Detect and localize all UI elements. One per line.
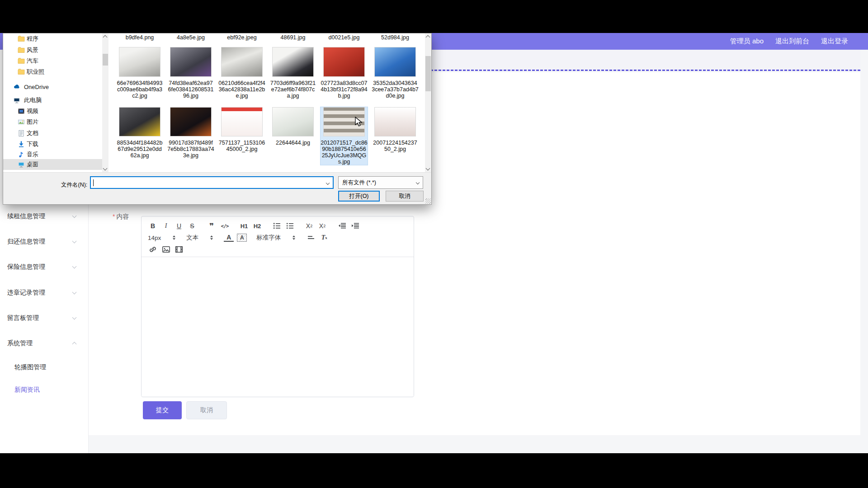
scroll-down-icon[interactable] bbox=[426, 166, 430, 171]
paragraph-format-select[interactable]: 文本 bbox=[186, 234, 213, 242]
folder-tree: 程序 风景 汽车 职业照 OneDrive 此电脑 视频 图片 文档 下载 bbox=[3, 33, 102, 172]
file-item[interactable]: 7571137_115310645000_2.jpg bbox=[218, 107, 265, 165]
file-item[interactable]: 027723a83d8cc074b13bf31c72f8a94b.jpg bbox=[321, 47, 368, 99]
bullet-list-icon[interactable] bbox=[285, 221, 295, 231]
scrollbar-thumb[interactable] bbox=[103, 54, 108, 66]
bold-button[interactable]: B bbox=[148, 221, 158, 231]
file-item[interactable]: 2007122415423750_2.jpg bbox=[372, 107, 419, 165]
file-name: 7703d6ff9a963f21e72aef6b74f807ca.jpg bbox=[269, 80, 316, 99]
file-item-selected[interactable]: 2012071517_dc8690b18875410e5625JyUcJue3M… bbox=[321, 107, 368, 165]
outdent-icon[interactable] bbox=[337, 221, 347, 231]
image-icon[interactable] bbox=[161, 244, 171, 254]
text-caret bbox=[93, 179, 94, 186]
italic-button[interactable]: I bbox=[161, 221, 171, 231]
tree-item-music[interactable]: 音乐 bbox=[3, 149, 102, 160]
resize-grip-icon[interactable] bbox=[425, 198, 431, 204]
subscript-button[interactable]: X2 bbox=[304, 221, 314, 231]
code-button[interactable]: </> bbox=[220, 221, 230, 231]
tree-item-folder[interactable]: 风景 bbox=[3, 45, 102, 56]
ordered-list-icon[interactable] bbox=[272, 221, 282, 231]
file-item[interactable]: 7703d6ff9a963f21e72aef6b74f807ca.jpg bbox=[269, 47, 316, 99]
pictures-icon bbox=[18, 118, 25, 126]
file-name: 66e769634f84993c009ae6bab4f9a3c2.jpg bbox=[116, 80, 163, 99]
dialog-cancel-button[interactable]: 取消 bbox=[386, 191, 424, 202]
scrollbar-thumb[interactable] bbox=[425, 56, 431, 91]
file-name[interactable]: b9dfe4.png bbox=[116, 34, 163, 42]
background-color-button[interactable]: A bbox=[237, 234, 247, 242]
file-name: 027723a83d8cc074b13bf31c72f8a94b.jpg bbox=[321, 80, 368, 99]
chevron-up-icon bbox=[72, 342, 77, 347]
tree-item-pictures[interactable]: 图片 bbox=[3, 117, 102, 127]
underline-button[interactable]: U bbox=[174, 221, 184, 231]
downloads-icon bbox=[18, 141, 25, 148]
file-type-filter-select[interactable]: 所有文件 (*.*) bbox=[338, 176, 423, 189]
tree-item-folder[interactable]: 程序 bbox=[3, 33, 102, 44]
file-item[interactable]: 99017d387fd489f7e5b8c17883aa743e.jpg bbox=[167, 107, 214, 165]
sidebar-item-carousel[interactable]: 轮播图管理 bbox=[0, 362, 89, 372]
sidebar-item-violation[interactable]: 违章记录管理 bbox=[0, 288, 89, 298]
font-family-select[interactable]: 标准字体 bbox=[256, 234, 295, 242]
superscript-button[interactable]: X2 bbox=[317, 221, 327, 231]
file-thumbnail bbox=[374, 107, 416, 136]
tree-item-folder[interactable]: 汽车 bbox=[3, 56, 102, 66]
video-icon[interactable] bbox=[174, 244, 184, 254]
scroll-down-icon[interactable] bbox=[103, 166, 108, 171]
file-item[interactable]: 35352da30436343cee7a37b7ad4b7d0e.jpg bbox=[372, 47, 419, 99]
sidebar-item-system[interactable]: 系统管理 bbox=[0, 338, 89, 348]
sidebar-item-message-board[interactable]: 留言板管理 bbox=[0, 313, 89, 323]
file-item[interactable]: 88534d4f184482b67d9e29512e0dd62a.jpg bbox=[116, 107, 163, 165]
file-list: b9dfe4.png 4a8e5e.jpg ebf92e.jpeg 48691.… bbox=[108, 33, 425, 172]
file-item[interactable]: 66e769634f84993c009ae6bab4f9a3c2.jpg bbox=[116, 47, 163, 99]
link-icon[interactable] bbox=[148, 244, 158, 254]
tree-scrollbar[interactable] bbox=[102, 33, 108, 172]
blockquote-button[interactable]: ❞ bbox=[207, 221, 217, 231]
chevron-down-icon bbox=[72, 239, 77, 244]
filename-input[interactable] bbox=[90, 176, 334, 189]
documents-icon bbox=[18, 130, 25, 137]
font-color-button[interactable]: A bbox=[224, 234, 234, 242]
tree-item-this-pc[interactable]: 此电脑 bbox=[3, 95, 102, 106]
heading2-button[interactable]: H2 bbox=[252, 221, 262, 231]
editor-toolbar: B I U S ❞ </> H1 H2 bbox=[142, 216, 414, 257]
chevron-down-icon[interactable] bbox=[326, 181, 330, 185]
tree-item-downloads[interactable]: 下载 bbox=[3, 139, 102, 150]
clear-format-button[interactable]: Tx bbox=[319, 233, 329, 243]
logout-link[interactable]: 退出登录 bbox=[821, 37, 848, 46]
tree-item-videos[interactable]: 视频 bbox=[3, 106, 102, 117]
file-item[interactable]: 06210d66cea4f2f436ac42838a11e2be.jpg bbox=[218, 47, 265, 99]
font-size-select[interactable]: 14px bbox=[148, 235, 175, 241]
tree-item-folder[interactable]: 职业照 bbox=[3, 66, 102, 77]
scroll-up-icon[interactable] bbox=[103, 35, 108, 40]
file-item[interactable]: 22644644.jpg bbox=[269, 107, 316, 165]
file-item[interactable]: 74fd38eaf62ea976fe03841260853196.jpg bbox=[167, 47, 214, 99]
open-button[interactable]: 打开(O) bbox=[338, 191, 380, 202]
cancel-button[interactable]: 取消 bbox=[186, 401, 227, 419]
sidebar-item-news[interactable]: 新闻资讯 bbox=[0, 385, 89, 395]
required-asterisk: * bbox=[113, 213, 115, 220]
file-name[interactable]: 52d984.jpg bbox=[372, 34, 419, 42]
exit-to-front-link[interactable]: 退出到前台 bbox=[775, 37, 809, 46]
tree-item-desktop[interactable]: 桌面 bbox=[3, 159, 102, 170]
tree-item-onedrive[interactable]: OneDrive bbox=[3, 81, 102, 92]
tree-item-documents[interactable]: 文档 bbox=[3, 128, 102, 139]
editor-content-area[interactable] bbox=[142, 257, 414, 396]
chevron-down-icon bbox=[416, 181, 420, 184]
file-name[interactable]: ebf92e.jpeg bbox=[218, 34, 265, 42]
submit-button[interactable]: 提交 bbox=[143, 401, 182, 419]
heading1-button[interactable]: H1 bbox=[239, 221, 249, 231]
file-name[interactable]: 4a8e5e.jpg bbox=[167, 34, 214, 42]
file-list-scrollbar[interactable] bbox=[425, 33, 431, 172]
strikethrough-button[interactable]: S bbox=[187, 221, 197, 231]
file-thumbnail bbox=[119, 47, 160, 77]
scroll-up-icon[interactable] bbox=[426, 35, 430, 40]
file-name[interactable]: d0021e5.jpg bbox=[321, 34, 368, 42]
mouse-cursor bbox=[354, 117, 363, 128]
sidebar-item-renewal[interactable]: 续租信息管理 bbox=[0, 211, 89, 221]
file-name: 2007122415423750_2.jpg bbox=[372, 140, 419, 152]
file-thumbnail bbox=[323, 47, 365, 77]
file-name[interactable]: 48691.jpg bbox=[269, 34, 316, 42]
sidebar-item-insurance[interactable]: 保险信息管理 bbox=[0, 262, 89, 272]
sidebar-item-return[interactable]: 归还信息管理 bbox=[0, 237, 89, 247]
align-icon[interactable] bbox=[306, 233, 316, 243]
indent-icon[interactable] bbox=[350, 221, 360, 231]
